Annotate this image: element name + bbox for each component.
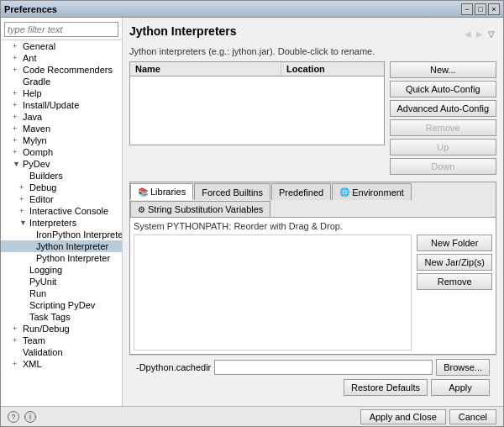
tab-remove-button[interactable]: Remove [417, 273, 492, 290]
sidebar-label-run: Run [29, 288, 46, 298]
sidebar-label-general: General [23, 41, 55, 51]
tab-libraries[interactable]: 📚Libraries [130, 183, 193, 200]
quick-auto-config-button[interactable]: Quick Auto-Config [390, 81, 496, 98]
sidebar-item-scripting-pydev[interactable]: Scripting PyDev [1, 299, 122, 311]
maximize-button[interactable]: □ [475, 3, 486, 15]
sidebar-item-team[interactable]: +Team [1, 335, 122, 346]
sidebar-item-interpreters[interactable]: ▼Interpreters [1, 217, 122, 229]
sidebar-label-xml: XML [23, 359, 42, 369]
sidebar-item-java[interactable]: +Java [1, 111, 122, 123]
sidebar-item-ironpython-interpreter[interactable]: IronPython Interprete [1, 229, 122, 240]
sidebar-label-install-update: Install/Update [23, 100, 79, 110]
tab-side-buttons: New Folder New Jar/Zip(s) Remove [417, 235, 492, 351]
sidebar-items-container: +General+Ant+Code RecommendersGradle+Hel… [1, 40, 122, 370]
sidebar-item-jython-interpreter[interactable]: Jython Interpreter [1, 240, 122, 252]
cancel-button[interactable]: Cancel [449, 409, 496, 424]
sidebar-item-xml[interactable]: +XML [1, 358, 122, 370]
sidebar-item-validation[interactable]: Validation [1, 346, 122, 358]
sidebar-item-maven[interactable]: +Maven [1, 123, 122, 134]
sidebar-label-ironpython-interpreter: IronPython Interprete [36, 229, 122, 240]
advanced-auto-config-button[interactable]: Advanced Auto-Config [390, 100, 496, 117]
browse-button[interactable]: Browse... [436, 359, 490, 376]
sidebar-item-mylyn[interactable]: +Mylyn [1, 134, 122, 146]
nav-forward-icon[interactable]: ▶ [475, 29, 485, 40]
expand-icon-mylyn: + [13, 136, 23, 145]
title-bar-controls: − □ × [461, 3, 500, 15]
sidebar-label-oomph: Oomph [23, 147, 53, 157]
expand-icon-pydev: ▼ [13, 160, 23, 168]
col-location: Location [281, 62, 384, 76]
close-button[interactable]: × [488, 3, 500, 15]
tab-forced-builtins[interactable]: Forced Builtins [194, 183, 270, 200]
tab-environment[interactable]: 🌐Environment [332, 183, 412, 200]
sidebar-label-team: Team [23, 335, 45, 345]
sidebar-label-mylyn: Mylyn [23, 135, 47, 145]
right-panel: Jython Interpreters ◀ ▶ ▽ Jython interpr… [123, 18, 503, 406]
cache-input[interactable] [214, 360, 433, 375]
new-jar-zip-button[interactable]: New Jar/Zip(s) [417, 254, 492, 271]
remove-button[interactable]: Remove [390, 119, 496, 136]
expand-icon-interactive-console: + [19, 207, 29, 215]
filter-input[interactable] [4, 22, 118, 37]
sidebar-item-gradle[interactable]: Gradle [1, 76, 122, 87]
sidebar-item-ant[interactable]: +Ant [1, 52, 122, 64]
sidebar-item-oomph[interactable]: +Oomph [1, 146, 122, 158]
sidebar-label-run-debug: Run/Debug [23, 324, 70, 334]
sidebar-item-install-update[interactable]: +Install/Update [1, 99, 122, 111]
apply-and-close-button[interactable]: Apply and Close [360, 409, 446, 424]
main-content: +General+Ant+Code RecommendersGradle+Hel… [1, 18, 503, 406]
sidebar-label-python-interpreter: Python Interpreter [36, 253, 110, 263]
sidebar-label-maven: Maven [23, 124, 50, 134]
up-button[interactable]: Up [390, 139, 496, 156]
sidebar-label-interactive-console: Interactive Console [29, 206, 108, 216]
sidebar-item-python-interpreter[interactable]: Python Interpreter [1, 252, 122, 264]
sidebar-item-editor[interactable]: +Editor [1, 193, 122, 205]
sidebar-item-builders[interactable]: Builders [1, 170, 122, 182]
restore-defaults-button[interactable]: Restore Defaults [344, 379, 428, 396]
tab-icon-libraries: 📚 [138, 187, 148, 197]
tab-icon-string-substitution: ⚙ [138, 205, 145, 214]
expand-icon-maven: + [13, 124, 23, 133]
sidebar-item-code-recommenders[interactable]: +Code Recommenders [1, 64, 122, 76]
footer-right: Apply and Close Cancel [360, 409, 496, 424]
info-icon[interactable]: i [24, 411, 36, 423]
tab-label-predefined: Predefined [279, 187, 323, 198]
tab-bar: 📚LibrariesForced BuiltinsPredefined🌐Envi… [130, 182, 496, 218]
nav-menu-icon[interactable]: ▽ [486, 29, 496, 40]
sidebar-label-ant: Ant [23, 53, 37, 63]
sidebar-item-help[interactable]: +Help [1, 87, 122, 99]
path-list[interactable] [134, 235, 412, 351]
sidebar-item-debug[interactable]: +Debug [1, 182, 122, 193]
expand-icon-editor: + [19, 195, 29, 203]
new-button[interactable]: New... [390, 61, 496, 78]
tab-predefined[interactable]: Predefined [271, 183, 331, 200]
new-folder-button[interactable]: New Folder [417, 235, 492, 251]
bottom-area: -Dpython.cachedir Browse... Restore Defa… [129, 355, 496, 399]
minimize-button[interactable]: − [461, 3, 473, 15]
nav-arrows: ◀ ▶ ▽ [463, 29, 496, 40]
expand-icon-ant: + [13, 54, 23, 62]
footer-left: ? i [8, 411, 36, 423]
sidebar-label-gradle: Gradle [23, 76, 50, 87]
table-header: Name Location [130, 62, 384, 76]
sidebar-item-interactive-console[interactable]: +Interactive Console [1, 205, 122, 217]
help-icon[interactable]: ? [8, 411, 19, 423]
down-button[interactable]: Down [390, 158, 496, 175]
table-body[interactable] [130, 76, 384, 145]
preferences-window: Preferences − □ × +General+Ant+Code Reco… [0, 0, 504, 427]
sidebar-item-logging[interactable]: Logging [1, 264, 122, 276]
sidebar-item-task-tags[interactable]: Task Tags [1, 311, 122, 323]
sidebar-item-pydev[interactable]: ▼PyDev [1, 158, 122, 170]
expand-icon-oomph: + [13, 148, 23, 156]
sidebar-item-run-debug[interactable]: +Run/Debug [1, 323, 122, 335]
apply-button[interactable]: Apply [431, 379, 490, 396]
tab-string-substitution[interactable]: ⚙String Substitution Variables [130, 201, 270, 217]
sidebar-item-general[interactable]: +General [1, 40, 122, 52]
tab-icon-environment: 🌐 [339, 187, 349, 197]
nav-back-icon[interactable]: ◀ [463, 29, 473, 40]
sidebar-label-validation: Validation [23, 347, 63, 357]
tab-label-string-substitution: String Substitution Variables [148, 204, 263, 214]
footer: ? i Apply and Close Cancel [1, 406, 503, 426]
sidebar-item-run[interactable]: Run [1, 287, 122, 299]
sidebar-item-pyunit[interactable]: PyUnit [1, 276, 122, 287]
